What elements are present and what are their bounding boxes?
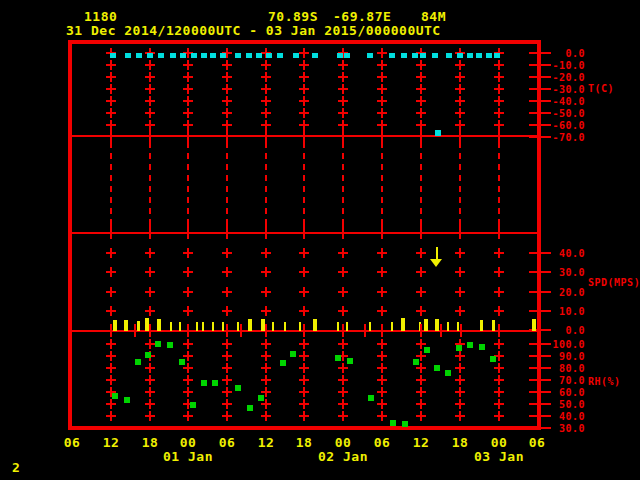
calm-tick — [240, 324, 242, 337]
wind-bar — [457, 322, 459, 331]
calm-tick — [110, 324, 112, 337]
calm-tick — [498, 324, 500, 337]
rh-point — [479, 344, 485, 350]
temp-point — [401, 53, 407, 58]
wind-bar — [137, 321, 140, 331]
temp-point — [235, 53, 241, 58]
rh-point — [290, 351, 296, 357]
wind-bar — [196, 322, 198, 331]
calm-tick — [342, 324, 344, 337]
wind-bar — [272, 322, 274, 331]
temp-point — [158, 53, 164, 58]
rh-point — [402, 421, 408, 427]
page-number: 2 — [12, 461, 20, 474]
rh-point — [112, 393, 118, 399]
temperature-axis-title: T(C) — [588, 83, 614, 94]
temp-point — [246, 53, 252, 58]
calm-tick — [440, 324, 442, 337]
wind-bar — [424, 319, 428, 331]
rh-point — [456, 345, 462, 351]
wind-bar — [113, 320, 117, 331]
temp-point — [191, 53, 197, 58]
wind-bar — [480, 320, 483, 331]
temp-point — [277, 53, 283, 58]
calm-tick — [149, 324, 151, 337]
temp-point — [457, 53, 463, 58]
calm-tick — [265, 324, 267, 337]
humidity-axis-title: RH(%) — [588, 376, 621, 387]
calm-tick — [364, 324, 366, 337]
temp-point — [170, 53, 176, 58]
temp-point — [293, 53, 299, 58]
temp-point — [476, 53, 482, 58]
rh-point — [445, 370, 451, 376]
temp-point — [486, 53, 492, 58]
wind-bar — [447, 322, 449, 331]
rh-point — [155, 341, 161, 347]
wind-bar — [179, 322, 181, 331]
wind-bar — [299, 322, 301, 331]
rh-point — [190, 402, 196, 408]
temp-point — [432, 53, 438, 58]
temp-point — [256, 53, 262, 58]
rh-point — [434, 365, 440, 371]
temp-point — [110, 53, 116, 58]
data-layer — [0, 0, 640, 480]
temp-point — [220, 53, 226, 58]
rh-point — [368, 395, 374, 401]
wind-bar — [391, 322, 393, 331]
rh-point — [167, 342, 173, 348]
wind-bar — [157, 319, 161, 331]
wind-bar — [337, 322, 339, 331]
wind-bar — [284, 322, 286, 331]
calm-tick — [420, 324, 422, 337]
calm-tick — [460, 324, 462, 337]
wind-arrow-head — [430, 259, 442, 267]
wind-bar — [170, 322, 172, 331]
temp-point — [344, 53, 350, 58]
rh-point — [235, 385, 241, 391]
wind-bar — [212, 322, 214, 331]
temp-point — [312, 53, 318, 58]
wind-bar — [248, 319, 252, 331]
calm-tick — [134, 324, 136, 337]
temp-point — [125, 53, 131, 58]
wind-bar — [532, 319, 536, 331]
temp-point — [467, 53, 473, 58]
wind-bar — [435, 319, 439, 331]
temp-outlier-point — [435, 130, 441, 136]
temp-point — [201, 53, 207, 58]
rh-point — [145, 352, 151, 358]
wind-bar — [369, 322, 371, 331]
temp-point — [136, 53, 142, 58]
rh-point — [467, 342, 473, 348]
temp-point — [420, 53, 426, 58]
wind-bar — [202, 322, 204, 331]
temp-point — [446, 53, 452, 58]
wind-speed-axis-title: SPD(MPS) — [588, 277, 640, 288]
temp-point — [266, 53, 272, 58]
calm-tick — [187, 324, 189, 337]
rh-point — [424, 347, 430, 353]
wind-bar — [346, 322, 348, 331]
temp-point — [147, 53, 153, 58]
temp-point — [337, 53, 343, 58]
wind-bar — [401, 318, 405, 331]
wind-bar — [237, 322, 239, 331]
temp-point — [494, 53, 500, 58]
rh-point — [201, 380, 207, 386]
rh-point — [280, 360, 286, 366]
rh-point — [179, 359, 185, 365]
temp-point — [180, 53, 186, 58]
rh-point — [390, 420, 396, 426]
wind-bar — [492, 320, 495, 331]
rh-point — [413, 359, 419, 365]
temp-point — [389, 53, 395, 58]
rh-point — [124, 397, 130, 403]
temp-point — [367, 53, 373, 58]
wind-bar — [313, 319, 317, 331]
temp-point — [210, 53, 216, 58]
rh-point — [490, 356, 496, 362]
rh-point — [347, 358, 353, 364]
calm-tick — [226, 324, 228, 337]
